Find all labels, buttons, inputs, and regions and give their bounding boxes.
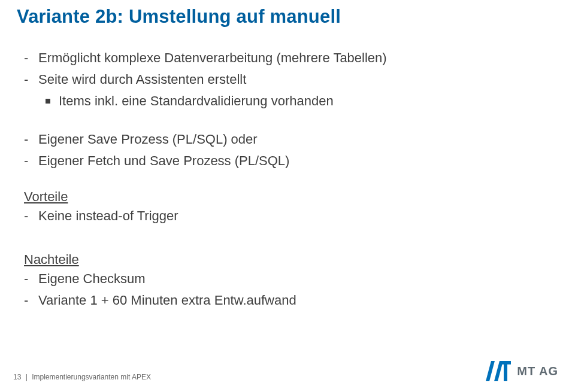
slide-title: Variante 2b: Umstellung auf manuell	[17, 6, 558, 28]
svg-rect-3	[504, 361, 507, 381]
footer-separator: |	[26, 373, 28, 381]
bullet-item: Keine instead-of Trigger	[24, 206, 558, 226]
mt-logo-icon	[486, 361, 511, 381]
spacer	[24, 113, 558, 129]
company-logo: MT AG	[486, 361, 558, 381]
page-number: 13	[13, 373, 21, 381]
spacer	[17, 172, 558, 189]
bullet-item: Eigener Fetch und Save Prozess (PL/SQL)	[24, 151, 558, 171]
bullet-item: Seite wird durch Assistenten erstellt	[24, 69, 558, 90]
content-block: Ermöglicht komplexe Datenverarbeitung (m…	[24, 48, 558, 171]
bullet-subitem: Items inkl. eine Standardvalidierung vor…	[46, 91, 558, 111]
slide-footer: 13 | Implementierungsvarianten mit APEX	[13, 373, 151, 381]
footer-text: Implementierungsvarianten mit APEX	[32, 373, 151, 381]
logo-text: MT AG	[517, 364, 558, 378]
bullet-item: Ermöglicht komplexe Datenverarbeitung (m…	[24, 48, 558, 68]
bullet-item: Variante 1 + 60 Minuten extra Entw.aufwa…	[24, 290, 558, 311]
disadvantages-block: Eigene Checksum Variante 1 + 60 Minuten …	[24, 269, 558, 311]
bullet-item: Eigene Checksum	[24, 269, 558, 289]
bullet-item: Eigener Save Prozess (PL/SQL) oder	[24, 129, 558, 150]
advantages-block: Keine instead-of Trigger	[24, 206, 558, 226]
svg-marker-0	[486, 361, 495, 381]
disadvantages-heading: Nachteile	[24, 252, 558, 268]
advantages-heading: Vorteile	[24, 189, 558, 205]
slide: Variante 2b: Umstellung auf manuell Ermö…	[0, 0, 575, 392]
spacer	[17, 228, 558, 252]
